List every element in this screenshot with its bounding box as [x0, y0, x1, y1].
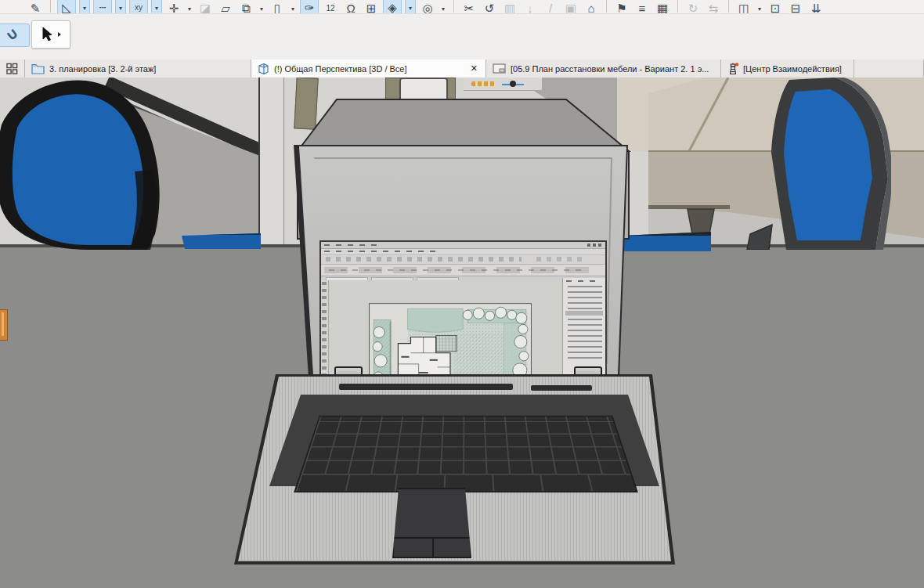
scissors-icon[interactable]: ✂ — [460, 0, 478, 14]
toolbar-separator — [677, 0, 678, 13]
person-icon[interactable]: Ω — [342, 0, 359, 14]
laptop-keyboard — [291, 390, 641, 492]
home-icon[interactable]: ⌂ — [583, 0, 600, 14]
rotate-cursor-icon[interactable]: ↺ — [481, 0, 498, 14]
chair-seat-left — [182, 233, 261, 249]
new-sheet-icon[interactable]: ▯ — [269, 0, 286, 14]
cursor-arrow-icon — [41, 27, 53, 42]
coordinate-xy-dropdown[interactable]: ▾ — [151, 0, 162, 14]
orange-tag — [0, 309, 8, 341]
tab-label: [Центр Взаимодействия] — [743, 64, 842, 74]
notification-dot — [735, 63, 738, 66]
snap-crosshair-icon[interactable]: ✛ — [165, 0, 182, 14]
laptop-spacebar-row — [296, 474, 637, 491]
layout-sheet-icon — [493, 63, 506, 74]
office-chair-left — [0, 78, 189, 250]
tab-bar-empty-space — [854, 60, 924, 78]
toolbar-separator — [606, 0, 607, 13]
shape-circle-dropdown[interactable]: ▾ — [439, 0, 447, 14]
connector-line-icon: / — [542, 0, 559, 14]
section-3d-dropdown[interactable]: ▾ — [756, 0, 763, 14]
guide-lines-dropdown[interactable]: ▾ — [115, 0, 126, 14]
3d-viewport[interactable] — [0, 78, 924, 588]
tab-label: 3. планировка [3. 2-й этаж] — [49, 64, 156, 74]
laptop-screen-menubar — [321, 249, 605, 255]
snap-crosshair-dropdown[interactable]: ▾ — [186, 0, 193, 14]
laptop-vent — [339, 384, 513, 390]
teamwork-lighthouse-icon — [727, 63, 738, 75]
arrow-down-icon: ↓ — [522, 0, 539, 14]
list-tree-icon[interactable]: ≡ — [633, 0, 651, 14]
tab-overview-button[interactable] — [0, 60, 25, 78]
tool-options-bar: ∪ — [0, 20, 924, 49]
magnet-icon: ∪ — [2, 23, 23, 46]
navigator-selected-row — [565, 311, 603, 316]
flag-icon[interactable]: ⚑ — [613, 0, 630, 14]
tab-furniture-layout[interactable]: [05.9 План расстановки мебели - Вариант … — [486, 60, 721, 78]
tab-floor-plan[interactable]: 3. планировка [3. 2-й этаж] — [25, 60, 251, 78]
plane-3d-icon[interactable]: ▱ — [217, 0, 234, 14]
floor-plan-folder-icon — [31, 63, 45, 74]
group-selection-icon[interactable]: ⊞ — [363, 0, 380, 14]
tab-teamwork-center[interactable]: [Центр Взаимодействия] — [721, 60, 854, 78]
select-tool-button[interactable] — [31, 20, 70, 49]
tab-label: (!) Общая Перспектива [3D / Все] — [274, 64, 407, 74]
update-drawings-icon[interactable]: ⇊ — [807, 0, 825, 14]
exchange-arrows-icon: ⇆ — [705, 0, 722, 14]
trackpad-buttons — [394, 537, 470, 557]
slider-knob — [510, 81, 516, 87]
orange-led-row — [471, 81, 495, 86]
laptop-screen-infobar — [321, 265, 605, 276]
place-layout-icon[interactable]: ⊟ — [787, 0, 804, 14]
set-square-dropdown[interactable]: ▾ — [79, 0, 90, 14]
snap-magnet-button[interactable]: ∪ — [0, 23, 30, 47]
pen-tool-icon[interactable]: ✎ — [27, 0, 44, 14]
laptop-trackpad — [392, 488, 471, 558]
dimension-12-icon[interactable]: 12 — [322, 0, 339, 14]
toolbar-separator — [453, 0, 454, 13]
chart-icon: ▥ — [501, 0, 518, 14]
duplicate-layers-icon[interactable]: ⧉ — [237, 0, 254, 14]
duplicate-layers-dropdown[interactable]: ▾ — [258, 0, 265, 14]
eraser-icon: ◪ — [197, 0, 214, 14]
tab-3d-perspective[interactable]: (!) Общая Перспектива [3D / Все] ✕ — [251, 60, 486, 78]
new-sheet-dropdown[interactable]: ▾ — [289, 0, 297, 14]
annotate-pen-icon[interactable]: ✑ — [300, 0, 319, 14]
office-chair-right — [741, 78, 891, 250]
laptop-screen-titlebar — [321, 242, 605, 249]
sync-icon: ↻ — [684, 0, 702, 14]
box-3d-icon: ▣ — [562, 0, 579, 14]
favorites-marker-icon[interactable]: ◈ — [383, 0, 402, 14]
top-toolbar: ✎◺▾┄▾xy▾✛▾◪▱⧉▾▯▾✑12Ω⊞◈▾◎▾✂↺▥↓/▣⌂⚑≡▦↻⇆◫▾⊡… — [0, 0, 924, 14]
shape-circle-icon[interactable]: ◎ — [419, 0, 436, 14]
toolbar-separator — [50, 0, 51, 13]
view-tab-bar: 3. планировка [3. 2-й этаж] (!) Общая Пе… — [0, 60, 924, 78]
schedule-grid-icon[interactable]: ▦ — [654, 0, 671, 14]
flyout-arrow-icon — [57, 31, 62, 38]
toolbar-gap — [0, 14, 924, 20]
application-window: ✎◺▾┄▾xy▾✛▾◪▱⧉▾▯▾✑12Ω⊞◈▾◎▾✂↺▥↓/▣⌂⚑≡▦↻⇆◫▾⊡… — [0, 0, 924, 588]
laptop-screen-toolbar — [321, 255, 605, 265]
tab-close-button[interactable]: ✕ — [469, 63, 479, 74]
set-square-icon[interactable]: ◺ — [57, 0, 76, 14]
coordinate-xy-icon[interactable]: xy — [129, 0, 148, 14]
3d-cube-icon — [258, 63, 269, 75]
favorites-marker-dropdown[interactable]: ▾ — [405, 0, 416, 14]
guide-lines-icon[interactable]: ┄ — [93, 0, 112, 14]
tab-label: [05.9 План расстановки мебели - Вариант … — [511, 64, 709, 74]
tab-overview-grid-icon — [6, 63, 18, 75]
laptop-base — [232, 373, 678, 569]
detail-marker-icon[interactable]: ⊡ — [767, 0, 784, 14]
toolbar-separator — [728, 0, 729, 13]
section-3d-icon[interactable]: ◫ — [735, 0, 753, 14]
laptop-front-underside — [232, 565, 678, 569]
